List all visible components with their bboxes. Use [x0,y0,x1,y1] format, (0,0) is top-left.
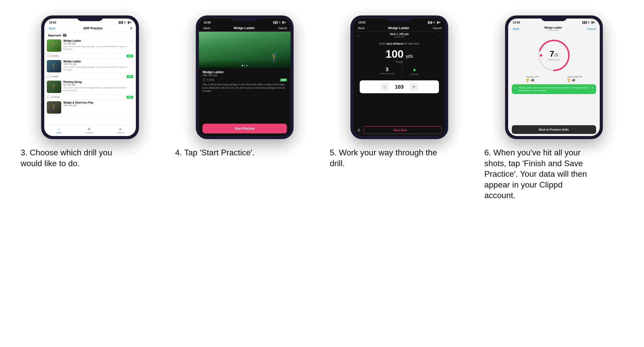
phone-4-cancel[interactable]: Cancel [587,27,596,30]
back-chevron-icon: ‹ [48,27,49,30]
wifi-icon-3: ⊙ [433,21,435,24]
dot-3 [246,65,248,66]
increment-button[interactable]: + [410,83,418,91]
next-shot-button[interactable]: Next Shot → [363,126,442,134]
drill-3-shots: ○ 10 shots [47,96,60,99]
phone-4-nav: ‹ Back Wedge Ladder 06 Mar 2023 Cancel [508,25,600,33]
star-icon-3[interactable]: ☆ [131,81,133,93]
star-icon-1[interactable]: ☆ [131,39,133,52]
phone-4-time: 13:03 [513,21,520,24]
caption-5: 5. Work your way through the drill. [330,147,438,169]
drill-item-4[interactable]: 🏌 Wedge & Short Iron Play 100–140 yds ☆ [44,100,136,115]
drill-1-footer: ○ 9 shots APP [44,54,136,58]
phone-3-back[interactable]: ‹ Back [357,27,365,30]
phone-3-body: Enter carry distance for each shot 100 y… [354,40,445,124]
page-wrapper: 13:02 ▐▐▐ ⊙ ▐46 ‹ Back APP Practice ≡ [21,15,623,201]
previous-pb: Previous PB 🏆 -/9 [526,75,539,82]
drill-thumb-2: 🏌 [47,60,61,72]
phone-1-back[interactable]: ‹ Back [48,27,56,30]
phone-3-nav-title: Wedge Ladder [388,26,409,30]
last-month-pb-value: 🏆 -/9 [567,79,582,82]
nav-home[interactable]: ⌂ Home [56,127,61,134]
phone-3-frame: 13:03 ▐▐▐ ⊙ ▐46 ‹ Back Wedge Ladder [350,15,448,139]
wifi-icon-4: ⊙ [588,21,590,24]
drill-thumb-3: 🏌 [47,81,61,93]
star-icon-4[interactable]: ☆ [131,101,133,114]
drill-item-3[interactable]: 🏌 Pitching String 55–100 yds Hit 1 shot … [44,79,136,95]
distance-input-row: − 103 + [360,80,439,93]
phone-1-nav-title: APP Practice [83,27,103,30]
step-6-column: 13:03 ▐▐▐ ⊙ ▐46 ‹ Back Wedge Ladder [484,15,623,201]
signal-icon: ▐▐▐ [118,21,123,24]
decrement-button[interactable]: − [381,83,389,91]
capture-icon: ⊕ [119,127,122,131]
drill-item-2[interactable]: 🏌 Wedge Ladder 100–140 yds Play 1 shot a… [44,58,136,74]
battery-icon: ▐46 [127,21,131,24]
phone-3-nav: ‹ Back Wedge Ladder Cancel [354,25,445,32]
battery-icon-4: ▐46 [591,21,595,24]
s2-title-row: Wedge Ladder 100–140 yds ☆ [202,70,287,77]
clock-icon-2: ○ [47,75,50,78]
score-label: Total Score [548,58,560,61]
drill-info-4: Wedge & Short Iron Play 100–140 yds [63,101,129,114]
phone-2-time: 13:02 [204,21,211,24]
phone-2-back[interactable]: ‹ Back [202,27,210,30]
shot-title: Shot 1, 100 yds Score 5/9 [390,33,409,38]
bottom-nav: ⌂ Home ♻ Activities ⊕ Capture [44,125,136,136]
phone-3-status-icons: ▐▐▐ ⊙ ▐46 [427,21,440,24]
hit-target-metric: ● Hit Target [410,66,419,77]
shot-instruction: Enter carry distance for each shot [357,42,442,45]
menu-icon[interactable]: ≡ [130,26,132,30]
phone-1-notch [77,15,103,21]
s2-star-icon[interactable]: ☆ [284,70,287,74]
back-chevron-icon-4: ‹ [512,28,513,30]
s2-description: Play 1 shot at each target yardage. If y… [202,83,287,93]
phone-2-cancel[interactable]: Cancel [278,27,287,30]
image-dots [242,65,248,68]
prev-shot-arrow[interactable]: ← [357,33,361,38]
nav-capture[interactable]: ⊕ Capture [117,127,124,134]
caption-3: 3. Choose which drill you would like to … [21,147,129,169]
success-toast: ✓ 'Wedge Ladder (100–140 yds)' was creat… [512,84,596,94]
battery-icon-3: ▐46 [436,21,440,24]
phone-1-time: 13:02 [49,21,56,24]
target-display: 100 yds Target [357,49,442,63]
delete-shot-button[interactable]: 🗑 [357,128,361,132]
battery-icon-2: ▐46 [282,21,286,24]
phone-3-cancel[interactable]: Cancel [433,27,442,30]
signal-icon-4: ▐▐▐ [582,21,587,24]
nav-activities[interactable]: ♻ Activities [85,127,93,134]
next-shot-arrow[interactable]: → [437,33,442,38]
drill-info-2: Wedge Ladder 100–140 yds Play 1 shot at … [63,60,129,72]
phone-1-nav: ‹ Back APP Practice ≡ [44,25,136,32]
category-badge: Approach 7 [44,32,136,38]
phone-2-notch [232,15,258,21]
back-to-drills-button[interactable]: Back to Practice Drills [512,125,596,134]
toast-close-icon[interactable]: ✕ [592,86,594,89]
pb-row: Previous PB 🏆 -/9 Last month PB 🏆 -/9 [512,75,596,82]
s2-shots: ○ 9 shots [202,78,214,81]
drill-item-1[interactable]: 🏌 Wedge Ladder 50–100 yds Play 1 shot at… [44,38,136,54]
drill-2-shots: ○ 9 shots [47,75,58,78]
phone-2-nav-title: Wedge Ladder [234,26,255,30]
start-practice-button[interactable]: Start Practice [202,124,287,133]
phone-4-notch [541,15,567,21]
step-4-column: 13:02 ▐▐▐ ⊙ ▐46 ‹ Back Wedge Ladder Canc… [175,15,314,158]
score-value: 7/9 [550,49,558,58]
signal-icon-3: ▐▐▐ [427,21,432,24]
phone-4-back[interactable]: ‹ Back [512,27,519,30]
phone-1-frame: 13:02 ▐▐▐ ⊙ ▐46 ‹ Back APP Practice ≡ [41,15,139,139]
clock-icon-3: ○ [47,96,50,99]
back-chevron-icon-3: ‹ [357,27,358,30]
phone-3-notch [386,15,412,21]
drill-info-3: Pitching String 55–100 yds Hit 1 shot at… [63,81,129,93]
drill-3-footer: ○ 10 shots APP [44,95,136,100]
phone-2-body: Wedge Ladder 100–140 yds ☆ ○ 9 shots APP… [199,68,290,121]
star-icon-2[interactable]: ☆ [131,60,133,72]
trophy-icon-1: 🏆 [526,79,530,82]
wifi-icon: ⊙ [124,21,126,24]
back-chevron-icon-2: ‹ [202,27,203,30]
phone-1-screen: 13:02 ▐▐▐ ⊙ ▐46 ‹ Back APP Practice ≡ [44,19,136,136]
clock-icon-1: ○ [47,54,50,57]
drill-info-1: Wedge Ladder 50–100 yds Play 1 shot at e… [63,39,129,52]
